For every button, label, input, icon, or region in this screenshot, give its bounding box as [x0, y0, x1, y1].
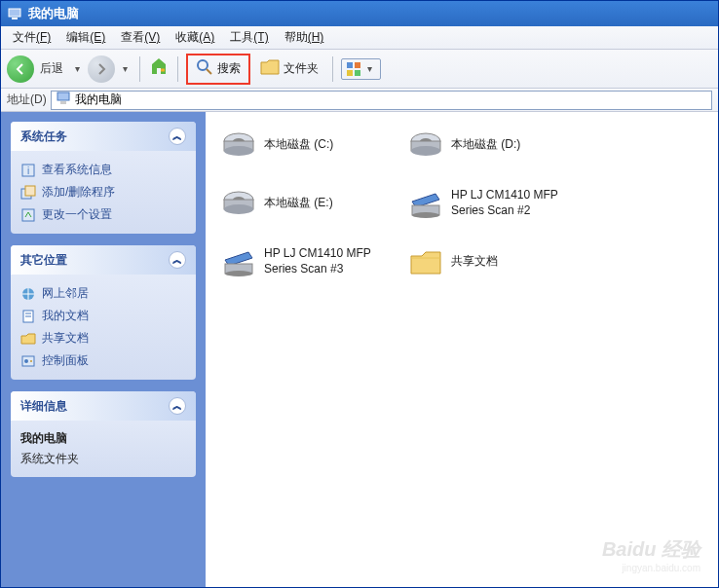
- system-tasks-panel: 系统任务 ︽ i 查看系统信息 添加/删除程序 更改一个设置: [11, 122, 196, 234]
- toolbar: 后退 ▾ ▾ 搜索 文件夹 ▾: [1, 50, 718, 89]
- svg-rect-14: [22, 209, 34, 221]
- search-icon: [196, 58, 213, 79]
- back-label: 后退: [40, 60, 63, 77]
- svg-point-21: [30, 360, 32, 362]
- panel-header[interactable]: 其它位置 ︽: [11, 245, 196, 275]
- scanner-3[interactable]: HP LJ CM1410 MFP Series Scan #3: [221, 244, 377, 279]
- watermark-text: Baidu 经验: [602, 538, 700, 560]
- svg-rect-6: [347, 70, 353, 76]
- forward-dropdown[interactable]: ▾: [119, 63, 132, 74]
- back-dropdown[interactable]: ▾: [71, 63, 84, 74]
- panel-title: 系统任务: [20, 129, 67, 145]
- scanner-2[interactable]: HP LJ CM1410 MFP Series Scan #2: [408, 186, 564, 221]
- task-label: 添加/删除程序: [42, 184, 115, 201]
- search-button[interactable]: 搜索: [186, 54, 250, 85]
- task-add-remove-programs[interactable]: 添加/删除程序: [20, 181, 186, 203]
- svg-rect-1: [12, 18, 18, 19]
- network-icon: [20, 286, 36, 302]
- addremove-icon: [20, 185, 36, 201]
- item-label: 本地磁盘 (E:): [264, 196, 333, 211]
- task-label: 更改一个设置: [42, 206, 112, 223]
- link-my-documents[interactable]: 我的文档: [20, 305, 186, 327]
- link-shared-docs[interactable]: 共享文档: [20, 327, 186, 349]
- item-label: 本地磁盘 (D:): [451, 137, 520, 153]
- views-button[interactable]: ▾: [341, 58, 381, 80]
- back-button[interactable]: [7, 55, 34, 83]
- svg-point-33: [224, 204, 253, 214]
- folders-button[interactable]: 文件夹: [254, 56, 324, 81]
- menu-favorites[interactable]: 收藏(A): [168, 27, 222, 48]
- details-type: 系统文件夹: [20, 449, 186, 469]
- svg-point-2: [198, 60, 208, 70]
- panel-body: 网上邻居 我的文档 共享文档 控制面板: [11, 275, 196, 380]
- svg-line-3: [207, 69, 211, 74]
- scanner-icon: [408, 186, 443, 221]
- collapse-icon[interactable]: ︽: [169, 128, 186, 145]
- menu-help[interactable]: 帮助(H): [277, 27, 332, 48]
- main-area: 系统任务 ︽ i 查看系统信息 添加/删除程序 更改一个设置: [1, 112, 718, 587]
- scanner-icon: [221, 244, 256, 279]
- link-label: 共享文档: [42, 330, 89, 347]
- address-label: 地址(D): [7, 92, 47, 108]
- svg-rect-0: [9, 9, 20, 17]
- item-label: HP LJ CM1410 MFP Series Scan #3: [264, 246, 377, 276]
- window-title: 我的电脑: [28, 5, 79, 22]
- content-area[interactable]: 本地磁盘 (C:) 本地磁盘 (D:) 本地磁盘 (E:) HP LJ CM14…: [206, 112, 718, 587]
- panel-title: 其它位置: [20, 252, 67, 269]
- address-value: 我的电脑: [75, 92, 122, 108]
- drive-icon: [408, 128, 443, 163]
- addressbar: 地址(D) 我的电脑: [1, 89, 718, 112]
- forward-button[interactable]: [88, 55, 115, 83]
- svg-point-35: [412, 212, 439, 218]
- drive-d[interactable]: 本地磁盘 (D:): [408, 128, 564, 163]
- drive-c[interactable]: 本地磁盘 (C:): [221, 128, 377, 163]
- folder-icon: [408, 244, 443, 279]
- collapse-icon[interactable]: ︽: [169, 251, 186, 269]
- my-computer-icon: [56, 92, 71, 108]
- svg-rect-9: [60, 101, 66, 104]
- titlebar: 我的电脑: [1, 1, 718, 26]
- up-button[interactable]: [148, 56, 170, 81]
- collapse-icon[interactable]: ︽: [169, 397, 186, 415]
- watermark: Baidu 经验 jingyan.baidu.com: [602, 536, 700, 573]
- drive-e[interactable]: 本地磁盘 (E:): [221, 186, 377, 221]
- info-icon: i: [20, 163, 36, 178]
- item-label: 共享文档: [451, 254, 498, 270]
- item-label: 本地磁盘 (C:): [264, 137, 333, 153]
- panel-body: 我的电脑 系统文件夹: [11, 421, 196, 477]
- panel-body: i 查看系统信息 添加/删除程序 更改一个设置: [11, 151, 196, 234]
- panel-title: 详细信息: [20, 398, 67, 415]
- address-input[interactable]: 我的电脑: [51, 91, 712, 110]
- menu-tools[interactable]: 工具(T): [222, 27, 276, 48]
- other-places-panel: 其它位置 ︽ 网上邻居 我的文档 共享文档 控制面板: [11, 245, 196, 380]
- item-label: HP LJ CM1410 MFP Series Scan #2: [451, 188, 564, 218]
- separator: [139, 56, 140, 82]
- details-name: 我的电脑: [20, 428, 186, 449]
- search-label: 搜索: [217, 60, 241, 77]
- link-label: 我的文档: [42, 308, 89, 324]
- setting-icon: [20, 207, 36, 223]
- sidebar: 系统任务 ︽ i 查看系统信息 添加/删除程序 更改一个设置: [1, 112, 206, 587]
- control-panel-icon: [20, 353, 36, 369]
- folders-label: 文件夹: [284, 60, 319, 77]
- shared-folder[interactable]: 共享文档: [408, 244, 564, 279]
- link-label: 控制面板: [42, 352, 89, 369]
- drive-icon: [221, 186, 256, 221]
- panel-header[interactable]: 系统任务 ︽: [11, 122, 196, 151]
- svg-text:i: i: [27, 165, 29, 176]
- menu-file[interactable]: 文件(F): [5, 27, 58, 48]
- svg-rect-4: [347, 62, 353, 68]
- svg-rect-8: [57, 92, 69, 100]
- link-control-panel[interactable]: 控制面板: [20, 349, 186, 372]
- panel-header[interactable]: 详细信息 ︽: [11, 391, 196, 421]
- svg-point-20: [24, 359, 28, 363]
- menu-edit[interactable]: 编辑(E): [58, 27, 113, 48]
- task-view-system-info[interactable]: i 查看系统信息: [20, 159, 186, 181]
- menu-view[interactable]: 查看(V): [113, 27, 168, 48]
- svg-rect-5: [355, 62, 360, 68]
- link-network-places[interactable]: 网上邻居: [20, 282, 186, 305]
- task-change-setting[interactable]: 更改一个设置: [20, 203, 186, 226]
- link-label: 网上邻居: [42, 285, 89, 302]
- details-panel: 详细信息 ︽ 我的电脑 系统文件夹: [11, 391, 196, 477]
- item-grid: 本地磁盘 (C:) 本地磁盘 (D:) 本地磁盘 (E:) HP LJ CM14…: [221, 128, 702, 279]
